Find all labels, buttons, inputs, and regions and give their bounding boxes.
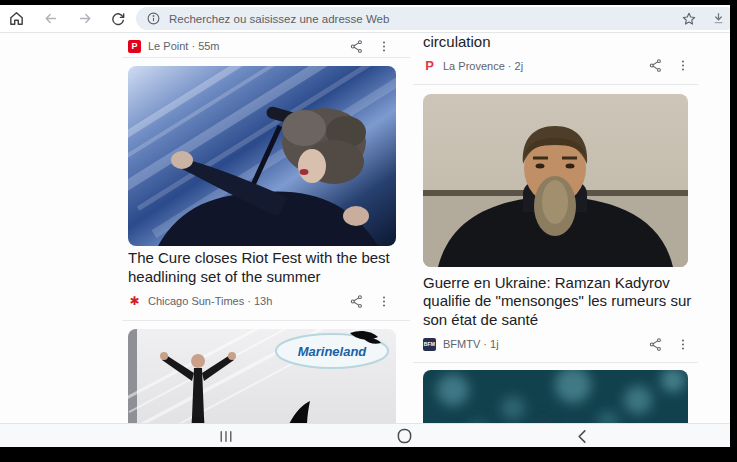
bookmark-star-icon[interactable]: [680, 10, 698, 28]
favicon-letter: P: [131, 41, 137, 51]
home-icon[interactable]: [7, 10, 25, 28]
address-placeholder[interactable]: Recherchez ou saisissez une adresse Web: [169, 13, 680, 25]
article-headline[interactable]: The Cure closes Riot Fest with the best …: [122, 249, 410, 286]
more-options-icon[interactable]: [674, 336, 692, 352]
forward-icon[interactable]: [76, 10, 94, 28]
article-headline-partial[interactable]: circulation: [413, 33, 698, 52]
recents-button[interactable]: [208, 424, 244, 448]
back-icon[interactable]: [41, 10, 59, 28]
article-source-row: ✱ Chicago Sun-Times · 13h: [122, 290, 410, 312]
screen-edge-bottom: [0, 447, 737, 462]
device-screen: Recherchez ou saisissez une adresse Web …: [0, 0, 737, 462]
article-image-ocean[interactable]: [423, 370, 688, 423]
refresh-icon[interactable]: [109, 10, 127, 28]
more-options-icon[interactable]: [375, 38, 393, 54]
card-divider: [122, 320, 410, 321]
back-button[interactable]: [564, 424, 600, 448]
share-icon[interactable]: [646, 58, 664, 74]
download-icon[interactable]: [709, 10, 727, 28]
more-options-icon[interactable]: [674, 58, 692, 74]
screen-edge-top: [0, 0, 737, 5]
article-headline[interactable]: Guerre en Ukraine: Ramzan Kadyrov qualif…: [413, 274, 698, 330]
address-bar[interactable]: Recherchez ou saisissez une adresse Web: [136, 7, 737, 30]
la-provence-favicon: P: [423, 59, 436, 72]
article-source-row: P La Provence · 2j: [413, 55, 698, 77]
article-image-marineland[interactable]: Marineland: [128, 329, 396, 423]
card-divider: [413, 362, 698, 363]
article-source-row: BFM BFMTV · 1j: [413, 333, 698, 355]
bfmtv-favicon: BFM: [423, 338, 436, 351]
article-source-row: P Le Point · 55m: [122, 35, 410, 57]
more-options-icon[interactable]: [375, 293, 393, 309]
marineland-logo-text: Marineland: [298, 344, 368, 359]
card-divider: [122, 57, 410, 58]
card-divider: [413, 84, 698, 85]
share-icon[interactable]: [347, 293, 365, 309]
system-navbar: [0, 423, 737, 447]
source-label: BFMTV · 1j: [443, 338, 499, 350]
screen-edge-right: [730, 0, 737, 462]
browser-toolbar: Recherchez ou saisissez une adresse Web: [0, 5, 737, 33]
article-image-kadyrov[interactable]: [423, 94, 688, 267]
feed-column-left: P Le Point · 55m: [122, 33, 410, 423]
article-image-the-cure[interactable]: [128, 66, 396, 246]
share-icon[interactable]: [347, 38, 365, 54]
news-feed: P Le Point · 55m: [0, 33, 730, 423]
source-label: La Provence · 2j: [443, 60, 523, 72]
le-point-favicon: P: [128, 40, 141, 53]
source-label: Le Point · 55m: [148, 40, 220, 52]
info-icon[interactable]: [146, 11, 161, 26]
source-label: Chicago Sun-Times · 13h: [148, 295, 272, 307]
home-button[interactable]: [386, 424, 422, 448]
feed-column-right: circulation P La Provence · 2j: [413, 33, 698, 423]
chicago-sun-times-favicon: ✱: [128, 295, 141, 308]
share-icon[interactable]: [646, 336, 664, 352]
